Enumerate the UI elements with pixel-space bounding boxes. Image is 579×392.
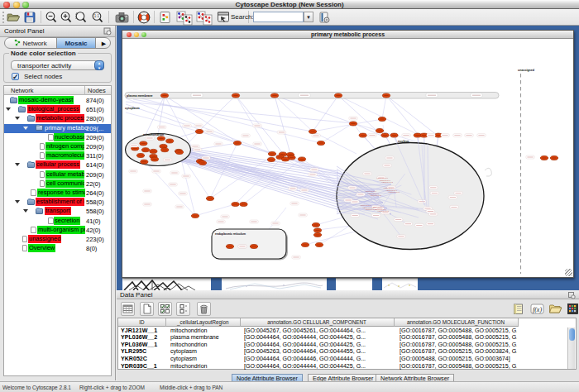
svg-text:nucleus: nucleus bbox=[398, 140, 409, 143]
svg-text:unassigned: unassigned bbox=[518, 69, 534, 72]
svg-text:YDR184W-2: YDR184W-2 bbox=[365, 208, 377, 211]
svg-text:YDR184W-2: YDR184W-2 bbox=[381, 181, 394, 184]
svg-text:mitochondrion: mitochondrion bbox=[143, 133, 164, 136]
svg-text:YDR184W-2: YDR184W-2 bbox=[377, 210, 390, 213]
svg-text:1:1: 1:1 bbox=[94, 14, 100, 18]
svg-text:endoplasmic reticulum: endoplasmic reticulum bbox=[215, 232, 246, 236]
svg-text:cytoplasm: cytoplasm bbox=[125, 107, 140, 110]
svg-text:plasma membrane: plasma membrane bbox=[127, 94, 153, 98]
svg-text:YDR184W-2: YDR184W-2 bbox=[388, 191, 400, 194]
svg-text:YDR184W-2: YDR184W-2 bbox=[370, 194, 382, 197]
svg-text:f(x): f(x) bbox=[533, 306, 542, 313]
